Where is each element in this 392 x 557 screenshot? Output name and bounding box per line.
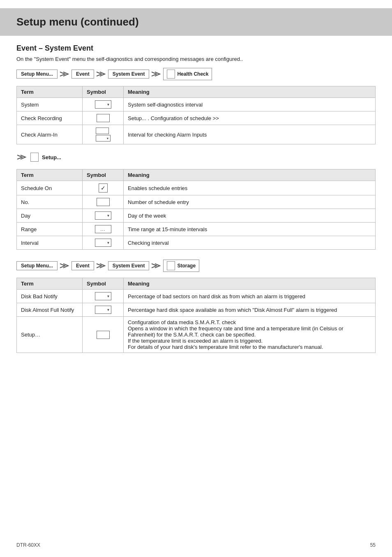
- arrow-icon-2: [96, 70, 106, 78]
- doc-icon-storage: [167, 261, 175, 270]
- section-storage: Setup Menu... Event System Event: [16, 260, 376, 353]
- breadcrumb-setup-menu-2[interactable]: Setup Menu...: [16, 261, 58, 270]
- meaning-day: Day of the week: [124, 209, 376, 223]
- symbol-schedule-on: ✓: [83, 181, 124, 195]
- stacked-symbol: [96, 128, 111, 142]
- table-2: Term Symbol Meaning Disk Bad Notify Perc…: [16, 278, 376, 353]
- term-no: No.: [17, 195, 83, 209]
- term-range: Range: [17, 223, 83, 236]
- table-row: Range ... Time range at 15-minute interv…: [17, 223, 376, 236]
- page-footer: DTR-60XX 55: [16, 542, 376, 548]
- setup-sub-label: Setup...: [42, 154, 61, 160]
- col-header-term-1: Term: [17, 86, 83, 98]
- breadcrumb-storage-label: Storage: [177, 263, 196, 269]
- breadcrumb-storage[interactable]: Storage: [163, 260, 199, 272]
- setup-doc-icon: [30, 153, 39, 162]
- dropdown-symbol[interactable]: [95, 292, 111, 300]
- symbol-disk-almost-full: [83, 303, 124, 317]
- breadcrumb-setup-menu[interactable]: Setup Menu...: [16, 70, 58, 79]
- breadcrumb-health-check[interactable]: Health Check: [163, 68, 212, 80]
- table-1: Term Symbol Meaning System System self-d…: [16, 86, 376, 144]
- term-check-alarm: Check Alarm-In: [17, 125, 83, 144]
- meaning-check-alarm: Interval for checking Alarm Inputs: [124, 125, 376, 144]
- meaning-disk-almost-full: Percentage hard disk space available as …: [124, 303, 376, 317]
- arrow-icon-s3: [151, 262, 161, 269]
- meaning-disk-bad: Percentage of bad sectors on hard disk a…: [124, 290, 376, 303]
- table-row: Day Day of the week: [17, 209, 376, 223]
- breadcrumb-system-event-2[interactable]: System Event: [108, 261, 150, 270]
- term-schedule-on: Schedule On: [17, 181, 83, 195]
- breadcrumb-system-event[interactable]: System Event: [108, 70, 150, 79]
- meaning-schedule-on: Enables schedule entries: [124, 181, 376, 195]
- section-system-event: Event – System Event On the "System Even…: [16, 44, 376, 250]
- arrow-icon-3: [151, 70, 161, 78]
- symbol-check-alarm: [83, 125, 124, 144]
- arrow-icon-s1: [59, 262, 70, 269]
- col-header-term-2: Term: [17, 278, 83, 290]
- meaning-interval: Checking interval: [124, 236, 376, 250]
- col-header-meaning-sub: Meaning: [124, 169, 376, 181]
- symbol-range: ...: [83, 223, 124, 236]
- arrow-icon-1: [59, 70, 70, 78]
- symbol-system: [83, 98, 124, 111]
- box-symbol: [97, 114, 110, 122]
- col-header-meaning-1: Meaning: [124, 86, 376, 98]
- page-title: Setup menu (continued): [16, 16, 376, 28]
- table-row: Check Recording Setup... . Configuration…: [17, 111, 376, 125]
- page: Setup menu (continued) Event – System Ev…: [0, 0, 392, 557]
- footer-model: DTR-60XX: [16, 542, 40, 548]
- section-title: Event – System Event: [16, 44, 376, 53]
- term-system: System: [17, 98, 83, 111]
- table-row: Setup… Configuration of data media S.M.A…: [17, 317, 376, 353]
- col-header-term-sub: Term: [17, 169, 83, 181]
- meaning-no: Number of schedule entry: [124, 195, 376, 209]
- setup-sub-row: Setup...: [16, 153, 376, 162]
- footer-page-number: 55: [370, 542, 376, 548]
- term-setup-smart: Setup…: [17, 317, 83, 353]
- breadcrumb-2: Setup Menu... Event System Event: [16, 260, 376, 272]
- stacked-box: [96, 128, 109, 134]
- table-sub: Term Symbol Meaning Schedule On ✓ Enable…: [16, 169, 376, 250]
- symbol-no: [83, 195, 124, 209]
- term-day: Day: [17, 209, 83, 223]
- breadcrumb-1: Setup Menu... Event System Event: [16, 68, 376, 80]
- box-symbol: [97, 331, 110, 339]
- meaning-range: Time range at 15-minute intervals: [124, 223, 376, 236]
- check-symbol: ✓: [99, 183, 108, 193]
- table-row: System System self-diagnostics interval: [17, 98, 376, 111]
- breadcrumb-health-check-label: Health Check: [177, 71, 208, 77]
- col-header-symbol-2: Symbol: [83, 278, 124, 290]
- symbol-disk-bad: [83, 290, 124, 303]
- col-header-symbol-1: Symbol: [83, 86, 124, 98]
- dropdown-symbol[interactable]: [95, 211, 111, 220]
- meaning-setup-smart: Configuration of data media S.M.A.R.T. c…: [124, 317, 376, 353]
- col-header-symbol-sub: Symbol: [83, 169, 124, 181]
- dropdown-symbol[interactable]: [95, 239, 111, 247]
- term-disk-almost-full: Disk Almost Full Notify: [17, 303, 83, 317]
- dropdown-symbol[interactable]: [95, 306, 111, 314]
- arrow-icon-setup: [16, 153, 27, 161]
- table-row: Schedule On ✓ Enables schedule entries: [17, 181, 376, 195]
- table-row: Disk Almost Full Notify Percentage hard …: [17, 303, 376, 317]
- doc-icon: [167, 70, 175, 79]
- dropdown-symbol[interactable]: [95, 100, 111, 109]
- stacked-dropdown[interactable]: [96, 135, 111, 142]
- breadcrumb-event[interactable]: Event: [71, 70, 94, 79]
- col-header-meaning-2: Meaning: [124, 278, 376, 290]
- table-row: No. Number of schedule entry: [17, 195, 376, 209]
- symbol-day: [83, 209, 124, 223]
- ellipsis-symbol[interactable]: ...: [95, 225, 111, 233]
- symbol-check-recording: [83, 111, 124, 125]
- meaning-system: System self-diagnostics interval: [124, 98, 376, 111]
- box-symbol: [97, 198, 110, 206]
- arrow-icon-s2: [96, 262, 106, 269]
- table-row: Disk Bad Notify Percentage of bad sector…: [17, 290, 376, 303]
- section-description: On the "System Event" menu the self-diag…: [16, 56, 376, 62]
- table-row: Interval Checking interval: [17, 236, 376, 250]
- term-interval: Interval: [17, 236, 83, 250]
- term-disk-bad: Disk Bad Notify: [17, 290, 83, 303]
- page-header: Setup menu (continued): [0, 8, 392, 36]
- meaning-check-recording: Setup... . Configuration of schedule >>: [124, 111, 376, 125]
- symbol-interval: [83, 236, 124, 250]
- breadcrumb-event-2[interactable]: Event: [71, 261, 94, 270]
